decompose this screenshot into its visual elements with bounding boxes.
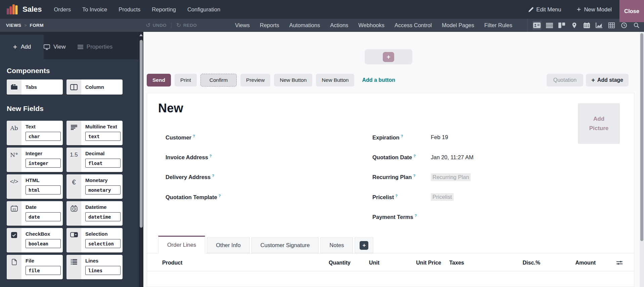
plus-icon: + — [383, 52, 394, 62]
studio-tab[interactable]: Automations — [289, 22, 320, 28]
undo-button[interactable]: ↺UNDO — [146, 22, 167, 29]
component-card[interactable]: Column — [66, 79, 123, 95]
sidebar-tab[interactable]: View — [44, 35, 66, 59]
studio-tab[interactable]: Actions — [330, 22, 348, 28]
form-field-row[interactable]: Expiration? Feb 19 — [372, 127, 574, 147]
breadcrumb: VIEWS > FORM — [6, 19, 44, 32]
studio-tab[interactable]: Model Pages — [442, 22, 474, 28]
column-product[interactable]: Product — [162, 260, 182, 266]
form-action-button[interactable]: Print — [175, 74, 197, 87]
help-icon: ? — [395, 194, 398, 198]
field-card[interactable]: € Monetary monetary — [66, 174, 123, 199]
notebook-tab[interactable]: Notes — [320, 237, 353, 253]
studio-tab[interactable]: Filter Rules — [484, 22, 512, 28]
optional-columns-icon[interactable] — [616, 260, 623, 265]
field-card[interactable]: Ab Text char — [7, 121, 63, 145]
record-title[interactable]: New — [158, 101, 183, 115]
app-name[interactable]: Sales — [22, 5, 42, 14]
notebook-tab[interactable]: Other Info — [207, 237, 249, 253]
pivot-view-icon[interactable] — [607, 21, 616, 30]
breadcrumb-form[interactable]: FORM — [30, 23, 44, 28]
column-unit[interactable]: Unit — [369, 260, 379, 266]
add-element-dropzone[interactable]: + — [365, 49, 412, 64]
field-card[interactable]: File file — [7, 255, 63, 279]
kanban-view-icon[interactable] — [557, 21, 566, 30]
top-action-button[interactable]: Edit Menu — [528, 6, 561, 13]
help-icon: ? — [219, 194, 221, 198]
activity-view-icon[interactable] — [619, 21, 628, 30]
field-card[interactable]: 21 Date date — [7, 201, 63, 226]
studio-tab[interactable]: Views — [235, 22, 250, 28]
add-tab-button[interactable]: + — [355, 237, 373, 253]
studio-tabs: ViewsReportsAutomationsActionsWebhooksAc… — [235, 19, 512, 32]
page-scrollbar-thumb[interactable] — [640, 33, 643, 241]
close-studio-button[interactable]: Close — [619, 0, 644, 22]
field-type-box: file — [26, 266, 61, 275]
form-action-button[interactable]: Confirm — [200, 74, 237, 87]
field-type-box: date — [26, 212, 61, 221]
form-field-row[interactable]: Quotation Date? Jan 20, 11:27 AM — [372, 147, 574, 167]
graph-view-icon[interactable] — [595, 21, 603, 30]
field-card[interactable]: N° Integer integer — [7, 148, 63, 172]
top-menu-item[interactable]: Configuration — [187, 6, 220, 13]
form-field-row[interactable]: Pricelist? Pricelist — [372, 187, 574, 207]
notebook-tab[interactable]: Customer Signature — [251, 237, 319, 253]
column-disc[interactable]: Disc.% — [523, 260, 540, 266]
search-icon[interactable] — [632, 21, 641, 30]
sales-app-logo[interactable] — [7, 4, 18, 14]
field-card[interactable]: 1.5 Decimal float — [66, 148, 123, 172]
folder-icon — [7, 79, 21, 95]
map-view-icon[interactable] — [570, 21, 579, 30]
field-value: Jan 20, 11:27 AM — [431, 154, 473, 161]
breadcrumb-views[interactable]: VIEWS — [6, 23, 21, 28]
components-grid: Tabs Column — [7, 79, 132, 95]
column-unit-price[interactable]: Unit Price — [416, 260, 441, 266]
top-action-button[interactable]: New Model — [577, 6, 612, 13]
form-field-row[interactable]: Delivery Address? — [166, 167, 354, 187]
scroll-up-arrow-icon[interactable] — [139, 34, 143, 36]
column-taxes[interactable]: Taxes — [449, 260, 464, 266]
sidebar-scrollbar-thumb[interactable] — [140, 40, 143, 228]
form-field-row[interactable]: Quotation Template? — [166, 187, 354, 207]
add-picture-box[interactable]: Add Picture — [578, 103, 620, 144]
add-a-button-link[interactable]: Add a button — [362, 77, 395, 83]
form-field-row[interactable]: Customer? — [166, 127, 354, 147]
form-statusbar: SendPrintConfirmPreviewNew ButtonNew But… — [147, 74, 629, 87]
field-card[interactable]: Lines lines — [66, 255, 123, 279]
sidebar-tab[interactable]: Properties — [66, 35, 125, 59]
top-menu-item[interactable]: Products — [119, 6, 140, 13]
stage-quotation-button[interactable]: Quotation — [547, 74, 583, 87]
calendar-view-icon[interactable] — [582, 21, 591, 30]
redo-button[interactable]: ↻REDO — [176, 22, 197, 29]
form-action-button[interactable]: Send — [147, 74, 171, 87]
list-view-icon[interactable] — [545, 21, 554, 30]
field-placeholder: Recurring Plan — [431, 173, 471, 181]
add-stage-button[interactable]: + Add stage — [586, 74, 629, 87]
notebook-tab[interactable]: Order Lines — [158, 236, 205, 253]
field-type-box: float — [85, 159, 121, 168]
field-card[interactable]: Selection selection — [66, 228, 123, 252]
studio-tab[interactable]: Access Control — [395, 22, 432, 28]
field-card[interactable]: </> HTML html — [7, 174, 63, 199]
studio-tab[interactable]: Webhooks — [358, 22, 384, 28]
page-scrollbar[interactable] — [640, 32, 644, 287]
field-card[interactable]: Multiline Text text — [66, 121, 123, 145]
form-action-button[interactable]: Preview — [240, 74, 270, 87]
field-card[interactable]: CheckBox boolean — [7, 228, 63, 252]
sidebar-scrollbar[interactable] — [139, 32, 143, 287]
studio-tab[interactable]: Reports — [260, 22, 279, 28]
form-field-row[interactable]: Recurring Plan? Recurring Plan — [372, 167, 574, 187]
column-amount[interactable]: Amount — [576, 260, 596, 266]
component-card[interactable]: Tabs — [7, 79, 63, 95]
form-view-icon[interactable] — [533, 21, 541, 30]
column-quantity[interactable]: Quantity — [329, 260, 351, 266]
form-action-button[interactable]: New Button — [316, 74, 354, 87]
field-card[interactable]: Datetime datetime — [66, 201, 123, 226]
sidebar-tab[interactable]: Add — [0, 35, 44, 59]
top-menu-item[interactable]: Orders — [54, 6, 71, 13]
top-menu-item[interactable]: To Invoice — [82, 6, 107, 13]
form-action-button[interactable]: New Button — [274, 74, 312, 87]
form-field-row[interactable]: Payment Terms? — [372, 207, 574, 227]
form-field-row[interactable]: Invoice Address? — [166, 147, 354, 167]
top-menu-item[interactable]: Reporting — [152, 6, 176, 13]
